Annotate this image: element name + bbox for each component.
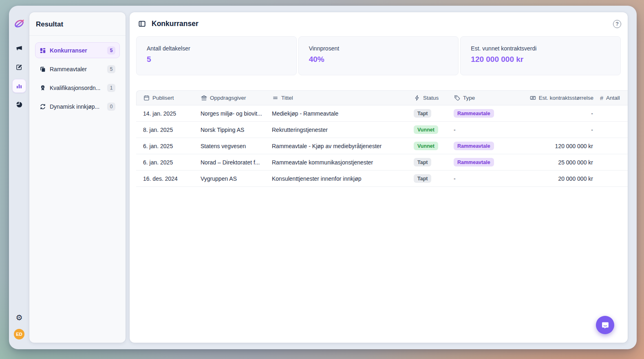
cell-type: -: [450, 127, 517, 133]
stat-value: 5: [147, 55, 286, 64]
stat-label: Antall deltakelser: [147, 45, 286, 52]
cell-publisert: 16. des. 2024: [136, 175, 197, 182]
cell-publisert: 6. jan. 2025: [136, 143, 197, 149]
column-header-status[interactable]: Status: [411, 95, 451, 101]
tag-icon: [454, 95, 460, 101]
cell-kontraktsstorrelse: -: [517, 110, 596, 117]
brand-logo-icon[interactable]: [13, 17, 25, 29]
cell-tittel: Rammeavtale kommunikasjonstjenester: [269, 159, 410, 166]
stat-value: 40%: [309, 55, 448, 64]
cell-status: Vunnet: [410, 142, 450, 150]
app-window: ⚙ ED Resultat Konkurranser 5 Rammeavtale…: [9, 6, 637, 349]
icon-rail: ⚙ ED: [9, 6, 29, 349]
sidebar: Resultat Konkurranser 5 Rammeavtaler 5: [29, 12, 126, 343]
cell-status: Tapt: [410, 109, 450, 118]
table-row[interactable]: 16. des. 2024 Vygruppen AS Konsulenttjen…: [136, 171, 628, 187]
type-badge: Rammeavtale: [454, 158, 494, 166]
cell-publisert: 14. jan. 2025: [136, 110, 197, 117]
status-badge: Tapt: [414, 158, 431, 166]
count-badge: 0: [107, 103, 115, 111]
panel-toggle-icon[interactable]: [138, 20, 146, 28]
cell-kontraktsstorrelse: 20 000 000 kr: [517, 175, 596, 182]
cell-publisert: 8. jan. 2025: [136, 127, 197, 133]
stat-card-deltakelser: Antall deltakelser 5: [136, 36, 297, 75]
lines-icon: [272, 95, 278, 101]
table-body: 14. jan. 2025 Norges miljø- og biovit...…: [136, 105, 628, 187]
cell-oppdragsgiver: Statens vegvesen: [197, 143, 269, 149]
type-badge: Rammeavtale: [454, 142, 494, 150]
stat-card-vinnprosent: Vinnprosent 40%: [298, 36, 459, 75]
stats-row: Antall deltakelser 5 Vinnprosent 40% Est…: [136, 36, 621, 75]
stat-value: 120 000 000 kr: [471, 55, 610, 64]
sidebar-title: Resultat: [29, 12, 126, 36]
gear-icon[interactable]: ⚙: [15, 314, 22, 322]
cell-tittel: Mediekjøp - Rammeavtale: [269, 110, 410, 117]
cell-tittel: Rekrutteringstjenester: [269, 127, 410, 133]
type-badge: Rammeavtale: [454, 109, 494, 118]
cell-tittel: Konsulenttjenester innenfor innkjøp: [269, 175, 410, 182]
status-badge: Tapt: [414, 109, 431, 118]
cell-type: Rammeavtale: [450, 158, 517, 166]
kanban-icon: [40, 47, 46, 54]
cell-oppdragsgiver: Vygruppen AS: [197, 175, 269, 182]
sidebar-item-label: Kvalifikasjonsordn...: [50, 85, 104, 91]
megaphone-icon[interactable]: [12, 42, 26, 55]
column-header-tittel[interactable]: Tittel: [269, 95, 411, 101]
cell-kontraktsstorrelse: 120 000 000 kr: [517, 143, 596, 149]
stat-label: Est. vunnet kontraktsverdi: [471, 45, 610, 52]
copy-icon: [40, 66, 46, 72]
hash-icon: #: [600, 95, 603, 101]
sidebar-item-kvalifikasjonsordninger[interactable]: Kvalifikasjonsordn... 1: [35, 80, 120, 96]
zap-icon: [414, 95, 420, 101]
column-header-antall[interactable]: # Antall: [597, 95, 628, 101]
page-title: Konkurranser: [152, 20, 198, 28]
table-container: Publisert Oppdragsgiver Tittel Status: [136, 90, 628, 187]
table-row[interactable]: 8. jan. 2025 Norsk Tipping AS Rekrutteri…: [136, 122, 628, 138]
type-badge: -: [454, 127, 456, 133]
main-panel: Konkurranser ? Antall deltakelser 5 Vinn…: [130, 12, 628, 343]
column-header-kontraktsstorrelse[interactable]: Est. kontraktsstørrelse: [517, 95, 597, 101]
sidebar-item-label: Konkurranser: [50, 47, 104, 54]
cell-oppdragsgiver: Norges miljø- og biovit...: [197, 110, 269, 117]
column-header-publisert[interactable]: Publisert: [137, 95, 198, 101]
award-icon: [40, 85, 46, 91]
status-badge: Tapt: [414, 174, 431, 183]
cell-type: Rammeavtale: [450, 142, 517, 150]
cell-oppdragsgiver: Norad – Direktoratet f...: [197, 159, 269, 166]
sidebar-items: Konkurranser 5 Rammeavtaler 5 Kvalifikas…: [29, 36, 126, 124]
banknote-icon: [530, 95, 536, 101]
avatar[interactable]: ED: [14, 329, 24, 339]
status-badge: Vunnet: [414, 142, 438, 150]
cell-status: Tapt: [410, 158, 450, 166]
cell-tittel: Rammeavtale - Kjøp av mediebyråtjenester: [269, 143, 410, 149]
edit-icon[interactable]: [12, 60, 26, 74]
column-header-type[interactable]: Type: [451, 95, 517, 101]
type-badge: -: [454, 175, 456, 182]
chat-launcher-button[interactable]: [596, 316, 614, 334]
cell-publisert: 6. jan. 2025: [136, 159, 197, 166]
sidebar-item-label: Dynamisk innkjøp...: [50, 103, 104, 110]
cell-kontraktsstorrelse: -: [517, 127, 596, 133]
table-row[interactable]: 6. jan. 2025 Statens vegvesen Rammeavtal…: [136, 138, 628, 154]
sync-icon: [40, 103, 46, 110]
competitions-table: Publisert Oppdragsgiver Tittel Status: [136, 90, 628, 187]
column-header-oppdragsgiver[interactable]: Oppdragsgiver: [198, 95, 269, 101]
status-badge: Vunnet: [414, 125, 438, 134]
table-row[interactable]: 14. jan. 2025 Norges miljø- og biovit...…: [136, 105, 628, 122]
table-row[interactable]: 6. jan. 2025 Norad – Direktoratet f... R…: [136, 154, 628, 171]
sidebar-item-konkurranser[interactable]: Konkurranser 5: [35, 42, 120, 58]
sidebar-item-label: Rammeavtaler: [50, 66, 104, 72]
cell-kontraktsstorrelse: 25 000 000 kr: [517, 159, 596, 166]
sidebar-item-dynamisk-innkjop[interactable]: Dynamisk innkjøp... 0: [35, 99, 120, 114]
calendar-icon: [143, 95, 150, 101]
cell-type: Rammeavtale: [450, 109, 517, 118]
help-icon[interactable]: ?: [613, 20, 621, 28]
sidebar-item-rammeavtaler[interactable]: Rammeavtaler 5: [35, 61, 120, 77]
stat-card-kontraktsverdi: Est. vunnet kontraktsverdi 120 000 000 k…: [460, 36, 621, 75]
chat-bubble-icon: [601, 321, 610, 330]
main-header: Konkurranser ?: [130, 12, 628, 35]
count-badge: 5: [107, 65, 115, 73]
cell-oppdragsgiver: Norsk Tipping AS: [197, 127, 269, 133]
pie-chart-icon[interactable]: [12, 98, 26, 112]
bar-chart-icon[interactable]: [12, 79, 26, 93]
